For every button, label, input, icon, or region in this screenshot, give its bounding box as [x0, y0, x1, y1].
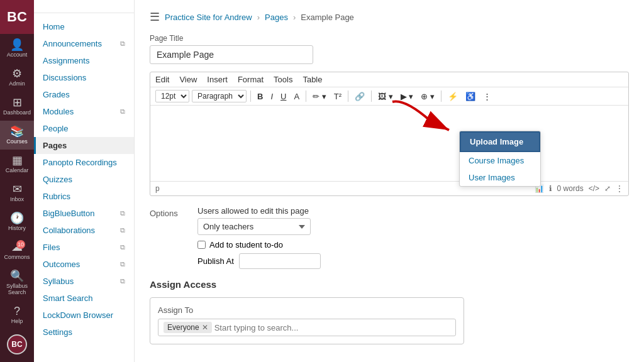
- announcements-ext-icon: ⧉: [120, 40, 125, 48]
- nav-account[interactable]: 👤 Account: [0, 34, 34, 63]
- dashboard-icon: ⊞: [13, 97, 22, 108]
- breadcrumb: ☰ Practice Site for Andrew › Pages › Exa…: [150, 10, 629, 24]
- expand-icon[interactable]: ⤢: [604, 184, 611, 193]
- superscript-button[interactable]: T²: [331, 90, 344, 102]
- image-dropdown: Upload Image Course Images User Images: [459, 131, 541, 187]
- student-todo-checkbox[interactable]: [197, 241, 206, 249]
- commons-icon: ☁ 10: [11, 241, 23, 253]
- image-button[interactable]: 🖼 ▾: [375, 90, 396, 102]
- nav-help[interactable]: ? Help: [0, 300, 34, 329]
- menu-table[interactable]: Table: [303, 75, 322, 84]
- sidebar-item-grades[interactable]: Grades: [34, 86, 134, 103]
- sidebar-item-settings[interactable]: Settings: [34, 324, 134, 341]
- history-icon: 🕐: [10, 212, 24, 224]
- sidebar-item-smart-search[interactable]: Smart Search: [34, 290, 134, 307]
- sidebar-item-announcements[interactable]: Announcements ⧉: [34, 35, 134, 52]
- editor-body[interactable]: [150, 106, 628, 181]
- menu-edit[interactable]: Edit: [155, 75, 169, 84]
- more-button[interactable]: ⊕ ▾: [418, 90, 437, 102]
- student-todo-row: Add to student to-do: [197, 240, 629, 250]
- nav-admin[interactable]: ⚙ Admin: [0, 63, 34, 92]
- sidebar-item-assignments[interactable]: Assignments: [34, 52, 134, 69]
- media-button[interactable]: ▶ ▾: [398, 90, 416, 102]
- collab-ext-icon: ⧉: [120, 226, 125, 234]
- publish-at-input[interactable]: [239, 253, 321, 269]
- info-icon: ℹ: [549, 184, 552, 193]
- nav-syllabus-search[interactable]: 🔍 SyllabusSearch: [0, 265, 34, 300]
- course-images-item[interactable]: Course Images: [460, 152, 540, 169]
- more-footer-icon[interactable]: ⋮: [616, 184, 623, 193]
- assign-to-label: Assign To: [158, 305, 456, 315]
- more-options-button[interactable]: ⋮: [480, 90, 494, 102]
- sidebar-item-outcomes[interactable]: Outcomes ⧉: [34, 256, 134, 273]
- icon-nav: BC 👤 Account ⚙ Admin ⊞ Dashboard 📚 Cours…: [0, 0, 34, 362]
- publish-at-label: Publish At: [197, 256, 234, 266]
- sidebar-item-syllabus[interactable]: Syllabus ⧉: [34, 273, 134, 290]
- nav-dashboard[interactable]: ⊞ Dashboard: [0, 92, 34, 121]
- page-title-label: Page Title: [150, 34, 629, 43]
- code-view-icon[interactable]: </>: [589, 184, 599, 193]
- toolbar-sep-3: [348, 90, 348, 102]
- sidebar-item-quizzes[interactable]: Quizzes: [34, 171, 134, 188]
- sidebar-item-bigbluebutton[interactable]: BigBlueButton ⧉: [34, 205, 134, 222]
- sidebar-item-home[interactable]: Home: [34, 18, 134, 35]
- publish-row: Publish At: [197, 253, 629, 269]
- assign-section: Assign Access Assign To Everyone ✕: [150, 279, 629, 344]
- editor-footer: p 📊 ℹ 0 words </> ⤢ ⋮: [150, 181, 628, 195]
- modules-ext-icon: ⧉: [120, 107, 125, 116]
- sidebar-item-people[interactable]: People: [34, 120, 134, 137]
- options-label: Options: [150, 206, 187, 269]
- sidebar: Home Announcements ⧉ Assignments Discuss…: [34, 0, 135, 362]
- sidebar-item-files[interactable]: Files ⧉: [34, 239, 134, 256]
- sidebar-item-collaborations[interactable]: Collaborations ⧉: [34, 222, 134, 239]
- bbb-ext-icon: ⧉: [120, 209, 125, 217]
- underline-button[interactable]: U: [278, 90, 289, 102]
- outcomes-ext-icon: ⧉: [120, 260, 125, 268]
- menu-insert[interactable]: Insert: [207, 75, 228, 84]
- plugin-button[interactable]: ⚡: [445, 90, 460, 102]
- account-icon: 👤: [10, 39, 24, 50]
- accessibility-button[interactable]: ♿: [463, 90, 478, 102]
- menu-format[interactable]: Format: [238, 75, 264, 84]
- toolbar-sep-4: [371, 90, 372, 102]
- sidebar-item-modules[interactable]: Modules ⧉: [34, 103, 134, 120]
- hamburger-icon[interactable]: ☰: [150, 10, 160, 24]
- sidebar-item-panopto[interactable]: Panopto Recordings: [34, 154, 134, 171]
- sidebar-item-discussions[interactable]: Discussions: [34, 69, 134, 86]
- nav-commons[interactable]: ☁ 10 Commons: [0, 236, 34, 265]
- nav-back[interactable]: ←: [0, 359, 34, 362]
- editor-tag: p: [155, 184, 160, 193]
- nav-history[interactable]: 🕐 History: [0, 207, 34, 236]
- assign-card: Assign To Everyone ✕: [150, 297, 464, 344]
- page-title-input[interactable]: [150, 45, 313, 64]
- menu-view[interactable]: View: [179, 75, 197, 84]
- nav-courses[interactable]: 📚 Courses: [0, 121, 34, 150]
- toolbar-sep-5: [441, 90, 441, 102]
- italic-button[interactable]: I: [268, 90, 275, 102]
- font-color-button[interactable]: A: [291, 90, 302, 102]
- main-content: ☰ Practice Site for Andrew › Pages › Exa…: [135, 0, 644, 362]
- paragraph-select[interactable]: Paragraph Heading 1 Heading 2: [192, 90, 247, 102]
- font-size-select[interactable]: 12pt 14pt 18pt: [155, 90, 189, 102]
- nav-calendar[interactable]: ▦ Calendar: [0, 150, 34, 178]
- sidebar-item-lockdown[interactable]: LockDown Browser: [34, 307, 134, 324]
- menu-tools[interactable]: Tools: [274, 75, 292, 84]
- link-button[interactable]: 🔗: [352, 90, 367, 102]
- remove-everyone-tag[interactable]: ✕: [202, 323, 208, 332]
- highlight-button[interactable]: ✏ ▾: [310, 90, 329, 102]
- assign-search-input[interactable]: [214, 323, 450, 332]
- sidebar-item-pages[interactable]: Pages: [34, 137, 134, 154]
- user-images-item[interactable]: User Images: [460, 169, 540, 186]
- bold-button[interactable]: B: [255, 90, 265, 102]
- syllabus-search-icon: 🔍: [10, 270, 24, 282]
- nav-user-avatar[interactable]: BC: [0, 329, 34, 359]
- assign-access-title: Assign Access: [150, 279, 629, 290]
- toolbar-sep-1: [250, 90, 251, 102]
- toolbar-menubar: Edit View Insert Format Tools Table: [150, 72, 628, 87]
- users-select[interactable]: Only teachers Teachers and Students Anyo…: [197, 218, 311, 235]
- upload-image-button[interactable]: Upload Image: [460, 131, 540, 152]
- nav-inbox[interactable]: ✉ Inbox: [0, 178, 34, 207]
- options-section: Options Users allowed to edit this page …: [150, 206, 629, 269]
- assign-tags-input[interactable]: Everyone ✕: [158, 319, 456, 336]
- sidebar-item-rubrics[interactable]: Rubrics: [34, 188, 134, 205]
